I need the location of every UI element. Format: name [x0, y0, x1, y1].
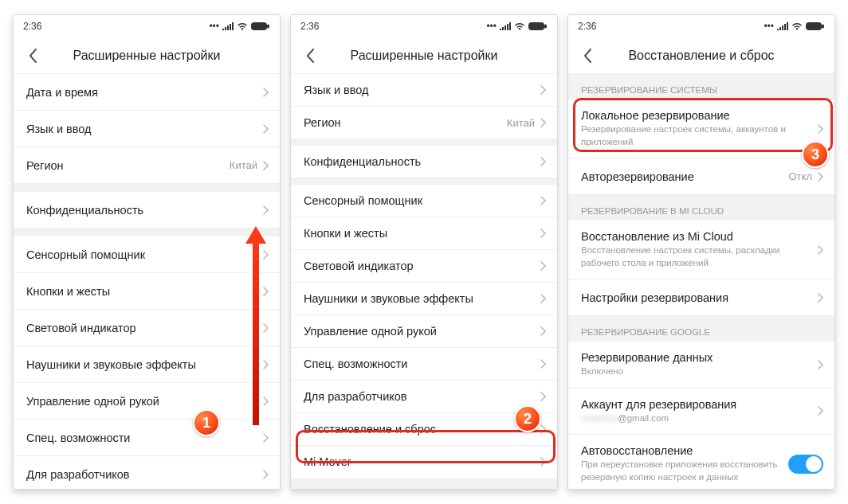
- row-value: Китай: [230, 159, 257, 171]
- content[interactable]: РЕЗЕРВИРОВАНИЕ СИСТЕМЫ Локальное резерви…: [568, 74, 834, 489]
- row-accessibility[interactable]: Спец. возможности: [14, 420, 280, 456]
- battery-icon: [251, 21, 270, 31]
- phone-1: 2:36 ••• Расширенные настройки Дата и вр…: [13, 14, 281, 490]
- row-buttons-gestures[interactable]: Кнопки и жесты: [291, 217, 557, 250]
- row-lang-input[interactable]: Язык и ввод: [291, 74, 557, 107]
- row-label: Аккаунт для резервирования: [581, 398, 817, 411]
- signal-icon: [777, 22, 788, 30]
- svg-rect-3: [544, 25, 547, 29]
- row-region[interactable]: Регион Китай: [291, 107, 557, 139]
- status-bar: 2:36 •••: [14, 15, 280, 37]
- status-icons: •••: [486, 21, 548, 32]
- row-auto-restore[interactable]: Автовосстановление При переустановке при…: [568, 435, 834, 489]
- row-backup-settings[interactable]: Настройки резервирования: [568, 279, 834, 316]
- toggle-switch[interactable]: [788, 455, 823, 474]
- row-one-hand[interactable]: Управление одной рукой: [291, 315, 557, 348]
- chevron-left-icon: [306, 49, 315, 63]
- row-label: Световой индикатор: [26, 322, 262, 334]
- status-bar: 2:36 •••: [291, 15, 557, 37]
- row-privacy[interactable]: Конфиденциальность: [291, 146, 557, 178]
- row-label: Регион: [304, 116, 507, 129]
- status-time: 2:36: [23, 21, 41, 32]
- row-label: Локальное резервирование: [581, 109, 817, 122]
- content[interactable]: Язык и ввод Регион Китай Конфиденциально…: [291, 74, 557, 489]
- row-developer[interactable]: Для разработчиков: [14, 456, 280, 489]
- row-label: Автовосстановление: [581, 444, 788, 457]
- chevron-left-icon: [583, 49, 592, 63]
- chevron-right-icon: [540, 118, 546, 127]
- row-data-backup[interactable]: Резервирование данных Включено: [568, 342, 834, 389]
- row-label: Регион: [26, 159, 230, 172]
- row-label: Дата и время: [26, 86, 262, 99]
- row-label: Спец. возможности: [304, 357, 540, 370]
- chevron-right-icon: [817, 293, 823, 303]
- row-headphones-sfx[interactable]: Наушники и звуковые эффекты: [291, 283, 557, 315]
- row-developer[interactable]: Для разработчиков: [291, 381, 557, 413]
- row-touch-assist[interactable]: Сенсорный помощник: [14, 236, 280, 273]
- back-button[interactable]: [297, 43, 323, 68]
- more-icon: •••: [209, 21, 219, 32]
- row-sub: xxxxxxxx@gmail.com: [581, 412, 817, 425]
- row-region[interactable]: Регион Китай: [14, 147, 280, 184]
- chevron-right-icon: [540, 294, 546, 303]
- page-title: Расширенные настройки: [291, 49, 557, 63]
- chevron-left-icon: [29, 49, 37, 63]
- group-gap: [14, 229, 280, 236]
- row-label: Спец. возможности: [26, 432, 262, 444]
- chevron-right-icon: [540, 157, 546, 166]
- row-label: Для разработчиков: [304, 390, 540, 403]
- chevron-right-icon: [540, 229, 546, 238]
- row-label: Управление одной рукой: [304, 325, 540, 338]
- row-value: Откл: [789, 170, 813, 182]
- chevron-right-icon: [817, 245, 823, 255]
- section-header-google: РЕЗЕРВИРОВАНИЕ GOOGLE: [568, 316, 834, 342]
- row-one-hand[interactable]: Управление одной рукой: [14, 383, 280, 420]
- row-label: Конфиденциальность: [26, 204, 262, 217]
- content[interactable]: Дата и время Язык и ввод Регион Китай Ко…: [14, 74, 280, 489]
- row-label: Язык и ввод: [26, 123, 262, 135]
- group-gap: [291, 178, 557, 185]
- row-buttons-gestures[interactable]: Кнопки и жесты: [14, 273, 280, 310]
- row-label: Сенсорный помощник: [304, 194, 540, 207]
- row-label: Световой индикатор: [304, 260, 540, 272]
- back-button[interactable]: [20, 43, 45, 68]
- row-mi-mover[interactable]: Mi Mover: [291, 446, 557, 478]
- back-button[interactable]: [575, 43, 600, 68]
- chevron-right-icon: [262, 88, 269, 97]
- wifi-icon: [791, 22, 803, 30]
- row-auto-backup[interactable]: Авторезервирование Откл: [568, 158, 834, 195]
- wifi-icon: [514, 22, 525, 30]
- row-headphones-sfx[interactable]: Наушники и звуковые эффекты: [14, 346, 280, 383]
- chevron-right-icon: [540, 261, 546, 271]
- row-local-backup[interactable]: Локальное резервирование Резервирование …: [568, 100, 834, 158]
- row-backup-reset[interactable]: Восстановление и сброс: [291, 413, 557, 446]
- row-sub: Восстановление настроек системы, расклад…: [581, 244, 817, 269]
- row-restore-mi-cloud[interactable]: Восстановление из Mi Cloud Восстановлени…: [568, 221, 834, 279]
- row-privacy[interactable]: Конфиденциальность: [14, 192, 280, 229]
- chevron-right-icon: [262, 250, 269, 260]
- row-label: Конфиденциальность: [304, 155, 540, 168]
- chevron-right-icon: [540, 424, 546, 434]
- row-sub: При переустановке приложения восстановит…: [581, 459, 788, 483]
- row-label: Авторезервирование: [581, 170, 789, 183]
- signal-icon: [500, 22, 511, 30]
- row-led[interactable]: Световой индикатор: [14, 310, 280, 346]
- row-label: Управление одной рукой: [26, 395, 262, 408]
- chevron-right-icon: [540, 196, 546, 205]
- chevron-right-icon: [540, 85, 546, 95]
- row-touch-assist[interactable]: Сенсорный помощник: [291, 185, 557, 217]
- row-label: Сенсорный помощник: [26, 248, 262, 261]
- row-lang-input[interactable]: Язык и ввод: [14, 111, 280, 147]
- row-date-time[interactable]: Дата и время: [14, 74, 280, 111]
- row-accessibility[interactable]: Спец. возможности: [291, 348, 557, 381]
- row-label: Наушники и звуковые эффекты: [304, 292, 540, 305]
- row-label: Для разработчиков: [26, 468, 262, 481]
- row-backup-account[interactable]: Аккаунт для резервирования xxxxxxxx@gmai…: [568, 389, 834, 436]
- svg-rect-4: [806, 22, 822, 30]
- row-label: Наушники и звуковые эффекты: [26, 358, 262, 371]
- svg-rect-1: [267, 25, 269, 29]
- row-label: Кнопки и жесты: [26, 285, 262, 298]
- chevron-right-icon: [817, 406, 823, 416]
- status-time: 2:36: [300, 21, 319, 32]
- row-led[interactable]: Световой индикатор: [291, 250, 557, 283]
